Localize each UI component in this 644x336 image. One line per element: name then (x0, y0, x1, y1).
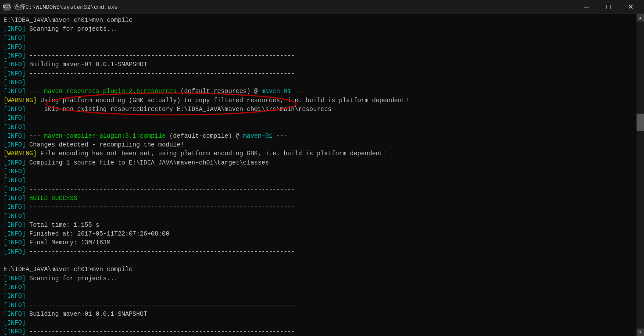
titlebar-left: C:\ 选择C:\WINDOWS\system32\cmd.exe (4, 3, 118, 11)
terminal-line: [INFO] ---------------------------------… (4, 327, 633, 336)
terminal-line: [INFO] Finished at: 2017-05-11T22:07:26+… (4, 229, 633, 238)
terminal-line: E:\IDEA_JAVA\maven-ch01>mvn compile (4, 16, 633, 25)
terminal-line: [INFO] (4, 292, 633, 300)
terminal-line: [INFO] Changes detected - recompiling th… (4, 140, 633, 149)
terminal: E:\IDEA_JAVA\maven-ch01>mvn compile [INF… (0, 14, 644, 336)
titlebar: C:\ 选择C:\WINDOWS\system32\cmd.exe ─ □ ✕ (0, 0, 644, 14)
terminal-line: [INFO] ---------------------------------… (4, 51, 633, 60)
terminal-line: [INFO] Scanning for projects... (4, 274, 633, 283)
terminal-line: [INFO] (4, 283, 633, 292)
titlebar-controls: ─ □ ✕ (576, 0, 640, 14)
scrollbar-thumb[interactable] (637, 114, 644, 131)
scrollbar-down-arrow[interactable]: ▼ (637, 329, 644, 336)
terminal-line-warning1: [WARNING] Using platform encoding (GBK a… (4, 96, 633, 105)
cmd-icon: C:\ (4, 4, 11, 11)
maximize-button[interactable]: □ (598, 0, 619, 14)
terminal-prompt2: E:\IDEA_JAVA\maven-ch01>mvn compile (4, 265, 633, 274)
terminal-line-warning2: [WARNING] File encoding has not been set… (4, 149, 633, 158)
terminal-line: [INFO] (4, 123, 633, 132)
terminal-line: [INFO] ---------------------------------… (4, 301, 633, 310)
terminal-line: [INFO] (4, 34, 633, 43)
terminal-line: [INFO] skip non existing resourceDirecto… (4, 105, 633, 114)
terminal-line: [INFO] Scanning for projects... (4, 25, 633, 33)
minimize-button[interactable]: ─ (576, 0, 597, 14)
terminal-line: [INFO] (4, 78, 633, 87)
terminal-line-success: [INFO] BUILD SUCCESS (4, 194, 633, 203)
terminal-line-plugin1: [INFO] --- maven-resources-plugin:2.6:re… (4, 87, 633, 96)
terminal-line: [INFO] (4, 176, 633, 185)
terminal-line: [INFO] ---------------------------------… (4, 185, 633, 194)
scrollbar[interactable]: ▲ ▼ (637, 14, 644, 336)
terminal-line: [INFO] Compiling 1 source file to E:\IDE… (4, 158, 633, 167)
terminal-line: [INFO] Building maven-01 0.0.1-SNAPSHOT (4, 60, 633, 69)
terminal-line-plugin2: [INFO] --- maven-compiler-plugin:3.1:com… (4, 132, 633, 140)
titlebar-title: 选择C:\WINDOWS\system32\cmd.exe (14, 3, 118, 11)
terminal-line: [INFO] (4, 167, 633, 176)
terminal-content[interactable]: E:\IDEA_JAVA\maven-ch01>mvn compile [INF… (0, 14, 637, 336)
scrollbar-up-arrow[interactable]: ▲ (637, 14, 644, 21)
terminal-line: [INFO] Building maven-01 0.0.1-SNAPSHOT (4, 310, 633, 318)
terminal-line: [INFO] (4, 212, 633, 221)
terminal-line: [INFO] (4, 114, 633, 122)
terminal-line: [INFO] ---------------------------------… (4, 69, 633, 78)
close-button[interactable]: ✕ (620, 0, 640, 14)
terminal-line: [INFO] (4, 318, 633, 327)
scrollbar-track[interactable] (637, 21, 644, 329)
terminal-line-blank (4, 256, 633, 265)
terminal-line: [INFO] Final Memory: 13M/163M (4, 238, 633, 247)
terminal-line: [INFO] ---------------------------------… (4, 203, 633, 211)
terminal-line: [INFO] (4, 43, 633, 51)
terminal-line: [INFO] Total time: 1.155 s (4, 221, 633, 229)
terminal-line: [INFO] ---------------------------------… (4, 247, 633, 256)
